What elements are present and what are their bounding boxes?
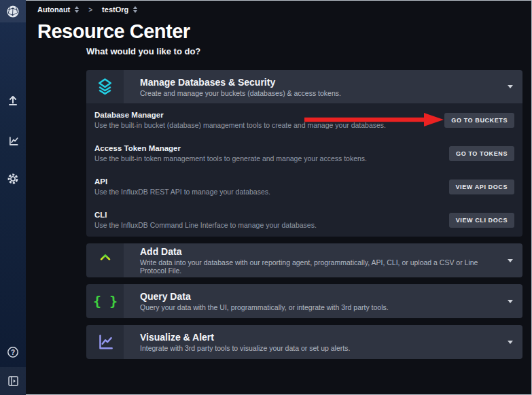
row-description: Use the built-in token management tools … bbox=[94, 154, 367, 162]
section-add-data: Add Data Write data into your database w… bbox=[86, 243, 522, 277]
graph-icon bbox=[7, 135, 19, 147]
row-text: CLI Use the InfluxDB Command Line Interf… bbox=[94, 211, 317, 229]
chevron-down-icon[interactable] bbox=[508, 341, 513, 344]
section-manage-databases: Manage Databases & Security Create and m… bbox=[86, 70, 522, 237]
chevron-down-icon[interactable] bbox=[508, 259, 513, 262]
panel-toggle-icon bbox=[7, 375, 19, 387]
globe-logo-icon bbox=[6, 5, 20, 18]
section-header-text: Visualize & Alert Integrate with 3rd par… bbox=[124, 325, 503, 359]
gear-icon bbox=[7, 173, 19, 185]
section-title: Manage Databases & Security bbox=[140, 77, 503, 88]
view-cli-docs-button[interactable]: VIEW CLI DOCS bbox=[449, 213, 514, 228]
breadcrumb-separator: > bbox=[88, 6, 92, 14]
svg-text:?: ? bbox=[11, 349, 15, 356]
sidebar-item-data-explorer[interactable] bbox=[0, 126, 26, 156]
sidebar: ? bbox=[0, 0, 26, 395]
org-switcher-caret-icon[interactable] bbox=[133, 6, 137, 13]
caret-wrap bbox=[503, 284, 522, 318]
row-access-token-manager: Access Token Manager Use the built-in to… bbox=[86, 137, 522, 170]
app-root: ? Autonaut > testOrg Resource Center Wha… bbox=[0, 0, 532, 395]
row-title: Access Token Manager bbox=[94, 144, 367, 152]
row-title: Database Manager bbox=[94, 111, 386, 119]
main-area: Autonaut > testOrg Resource Center What … bbox=[26, 0, 532, 395]
help-icon: ? bbox=[7, 346, 19, 358]
row-text: Database Manager Use the built-in bucket… bbox=[94, 111, 386, 129]
sidebar-item-help[interactable]: ? bbox=[0, 337, 26, 367]
upload-icon bbox=[86, 243, 124, 277]
caret-wrap bbox=[503, 325, 522, 359]
topbar: Autonaut > testOrg bbox=[26, 0, 532, 19]
sidebar-item-load-data[interactable] bbox=[0, 85, 26, 115]
caret-wrap bbox=[503, 70, 522, 103]
sidebar-item-toggle[interactable] bbox=[0, 367, 26, 395]
row-api: API Use the InfluxDB REST API to manage … bbox=[86, 170, 522, 203]
sidebar-item-settings[interactable] bbox=[0, 164, 26, 194]
breadcrumb-account[interactable]: Autonaut bbox=[37, 5, 70, 14]
section-title: Query Data bbox=[140, 291, 503, 302]
account-switcher-caret-icon[interactable] bbox=[75, 6, 79, 13]
row-database-manager: Database Manager Use the built-in bucket… bbox=[86, 103, 522, 137]
upload-icon bbox=[7, 94, 19, 106]
view-api-docs-button[interactable]: VIEW API DOCS bbox=[449, 179, 514, 194]
row-text: API Use the InfluxDB REST API to manage … bbox=[94, 177, 270, 196]
section-header-visualize-alert[interactable]: Visualize & Alert Integrate with 3rd par… bbox=[86, 325, 522, 359]
resource-center-content: Manage Databases & Security Create and m… bbox=[86, 70, 522, 359]
go-to-tokens-button[interactable]: GO TO TOKENS bbox=[449, 146, 514, 161]
layers-icon bbox=[86, 70, 124, 103]
row-text: Access Token Manager Use the built-in to… bbox=[94, 144, 367, 162]
braces-icon: { } bbox=[86, 284, 124, 318]
chevron-down-icon[interactable] bbox=[508, 300, 513, 303]
section-header-manage-databases[interactable]: Manage Databases & Security Create and m… bbox=[86, 70, 522, 103]
section-title: Visualize & Alert bbox=[140, 332, 503, 343]
section-header-text: Query Data Query your data with the UI, … bbox=[124, 284, 503, 318]
section-description: Write data into your database with our r… bbox=[140, 258, 503, 275]
section-header-query-data[interactable]: { } Query Data Query your data with the … bbox=[86, 284, 522, 318]
section-header-add-data[interactable]: Add Data Write data into your database w… bbox=[86, 243, 522, 277]
chevron-down-icon[interactable] bbox=[508, 85, 513, 88]
section-description: Query your data with the UI, programmati… bbox=[140, 303, 503, 311]
go-to-buckets-button[interactable]: GO TO BUCKETS bbox=[444, 113, 514, 128]
section-rows: Database Manager Use the built-in bucket… bbox=[86, 103, 522, 237]
caret-wrap bbox=[503, 243, 522, 277]
section-header-text: Manage Databases & Security Create and m… bbox=[124, 70, 503, 103]
row-title: API bbox=[94, 177, 270, 186]
page-title: Resource Center bbox=[37, 20, 532, 43]
page-subtitle: What would you like to do? bbox=[86, 46, 532, 56]
section-visualize-alert: Visualize & Alert Integrate with 3rd par… bbox=[86, 325, 522, 359]
section-description: Integrate with 3rd party tools to visual… bbox=[140, 344, 503, 352]
breadcrumb-org[interactable]: testOrg bbox=[102, 5, 128, 14]
row-description: Use the built-in bucket (database) manag… bbox=[94, 121, 386, 129]
section-title: Add Data bbox=[140, 246, 503, 257]
row-cli: CLI Use the InfluxDB Command Line Interf… bbox=[86, 203, 522, 237]
influxdb-logo[interactable] bbox=[0, 0, 26, 22]
svg-text:{ }: { } bbox=[93, 293, 118, 309]
section-header-text: Add Data Write data into your database w… bbox=[124, 243, 503, 277]
line-chart-icon bbox=[86, 325, 124, 359]
section-description: Create and manage your buckets (database… bbox=[140, 89, 503, 97]
row-description: Use the InfluxDB Command Line Interface … bbox=[94, 221, 317, 229]
row-description: Use the InfluxDB REST API to manage your… bbox=[94, 188, 270, 196]
section-query-data: { } Query Data Query your data with the … bbox=[86, 284, 522, 318]
row-title: CLI bbox=[94, 211, 317, 219]
